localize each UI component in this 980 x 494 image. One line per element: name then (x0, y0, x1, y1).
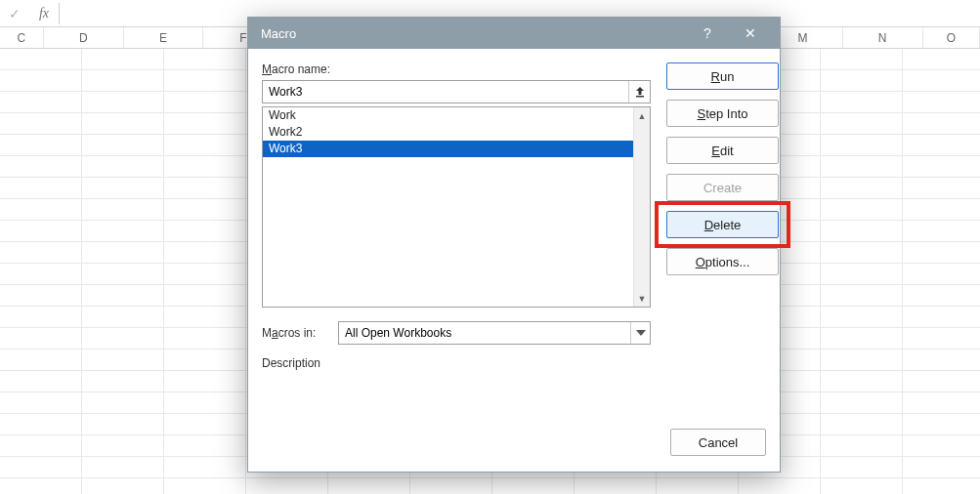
col-header[interactable]: O (923, 27, 980, 48)
macro-name-label: Macro name: (262, 62, 651, 76)
help-button[interactable]: ? (686, 18, 729, 49)
macro-dialog: Macro ? ✕ Macro name: (247, 17, 781, 473)
close-icon: ✕ (745, 25, 756, 41)
button-column: Run Step Into Edit Create Delete Options… (666, 62, 779, 374)
create-button: Create (666, 174, 779, 201)
delete-button[interactable]: Delete (666, 211, 779, 238)
macro-name-input[interactable] (263, 81, 628, 103)
macro-name-row (262, 80, 651, 103)
list-item[interactable]: Work (263, 107, 633, 124)
reference-picker-button[interactable] (628, 81, 650, 103)
col-header[interactable]: C (0, 27, 44, 48)
edit-button[interactable]: Edit (666, 137, 779, 164)
scroll-up-icon[interactable]: ▲ (634, 107, 650, 124)
macros-in-label: Macros in: (262, 326, 320, 340)
step-into-button[interactable]: Step Into (666, 100, 779, 127)
scroll-down-icon[interactable]: ▼ (634, 290, 650, 307)
dialog-titlebar[interactable]: Macro ? ✕ (248, 18, 780, 49)
options-button[interactable]: Options... (666, 248, 779, 275)
col-header[interactable]: D (44, 27, 124, 48)
macros-in-value: All Open Workbooks (345, 326, 451, 340)
macros-in-combo[interactable]: All Open Workbooks (338, 321, 651, 345)
col-header[interactable]: N (843, 27, 923, 48)
list-item[interactable]: Work2 (263, 124, 633, 141)
fx-icon[interactable]: fx (29, 6, 59, 21)
run-button[interactable]: Run (666, 62, 779, 90)
col-header[interactable]: E (124, 27, 204, 48)
macro-list: Work Work2 Work3 ▲ ▼ (262, 106, 651, 308)
reference-icon (635, 86, 645, 98)
description-label: Description (262, 356, 651, 370)
dialog-title: Macro (261, 26, 686, 41)
svg-rect-0 (636, 96, 644, 98)
close-button[interactable]: ✕ (729, 18, 772, 49)
cancel-button[interactable]: Cancel (670, 429, 766, 456)
confirm-check-icon[interactable]: ✓ (0, 6, 29, 21)
scrollbar[interactable]: ▲ ▼ (633, 107, 650, 307)
chevron-down-icon[interactable] (630, 322, 650, 344)
list-item[interactable]: Work3 (263, 141, 633, 157)
